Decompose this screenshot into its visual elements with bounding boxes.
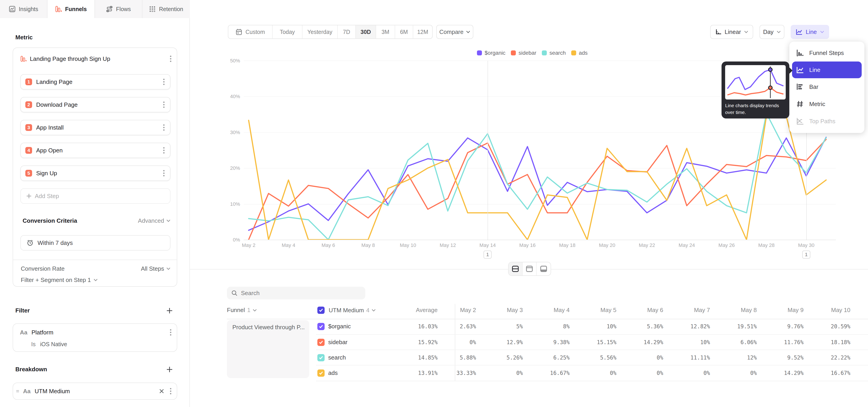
report-tabbar: Insights Funnels Flows Retention — [0, 0, 190, 18]
menu-item-line[interactable]: Line — [792, 62, 862, 78]
step-menu-button[interactable] — [163, 124, 164, 131]
chart-type-dropdown[interactable]: Line — [791, 25, 829, 39]
breakdown-card[interactable]: Aa UTM Medium — [13, 383, 177, 400]
range-7d[interactable]: 7D — [338, 25, 356, 38]
tab-funnels[interactable]: Funnels — [48, 0, 95, 18]
table-row[interactable]: search14.85%5.88%5.26%6.25%5.56%0%11.11%… — [316, 350, 868, 365]
x-tick-label: May 14 — [479, 242, 496, 248]
chart-x-axis: May 2May 4May 6May 8May 10May 12May 14Ma… — [244, 242, 836, 250]
column-header[interactable]: May 6 — [620, 307, 663, 314]
step-menu-button[interactable] — [163, 79, 164, 85]
step-row-1[interactable]: 1 Landing Page — [20, 74, 170, 90]
column-header[interactable]: May 4 — [527, 307, 569, 314]
range-12m[interactable]: 12M — [413, 25, 432, 38]
metric-heading: Metric — [16, 34, 33, 41]
column-header[interactable]: May 3 — [480, 307, 523, 314]
row-checkbox[interactable] — [317, 370, 324, 377]
menu-item-bar[interactable]: Bar — [789, 78, 864, 95]
filter-menu-button[interactable] — [170, 329, 171, 336]
legend-item[interactable]: $organic — [477, 50, 505, 56]
column-header[interactable]: May 8 — [714, 307, 757, 314]
breakdown-property: UTM Medium — [35, 388, 70, 395]
advanced-dropdown[interactable]: Advanced — [138, 217, 170, 224]
range-yesterday[interactable]: Yesterday — [303, 25, 338, 38]
tab-flows[interactable]: Flows — [95, 0, 143, 18]
step-label: App Open — [36, 147, 63, 154]
add-step-button[interactable]: Add Step — [20, 188, 170, 204]
funnel-cell[interactable]: Product Viewed through P... — [227, 320, 309, 378]
step-menu-button[interactable] — [163, 170, 164, 176]
conversion-window[interactable]: Within 7 days — [20, 235, 170, 251]
row-checkbox[interactable] — [317, 339, 324, 346]
legend-swatch — [571, 51, 576, 55]
table-row[interactable]: $organic16.03%2.63%5%8%10%5.36%12.82%19.… — [316, 319, 868, 334]
check-icon — [319, 356, 323, 359]
chevron-down-icon — [820, 31, 824, 33]
annotation-badge[interactable]: 1 — [802, 251, 810, 259]
range-30d[interactable]: 30D — [356, 25, 376, 38]
column-header[interactable]: May 7 — [667, 307, 710, 314]
add-breakdown-icon[interactable] — [166, 366, 173, 373]
row-checkbox[interactable] — [317, 323, 324, 330]
interval-dropdown[interactable]: Day — [760, 25, 784, 39]
menu-item-label: Metric — [809, 101, 825, 107]
table-row[interactable]: ads13.91%33.33%0%16.67%0%0%0%0%14.29%16.… — [316, 365, 868, 380]
layout-table-button[interactable] — [537, 262, 551, 275]
compare-button[interactable]: Compare — [436, 25, 473, 39]
step-row-4[interactable]: 4 App Open — [20, 143, 170, 158]
step-menu-button[interactable] — [163, 101, 164, 108]
filter-condition: Is iOS Native — [31, 340, 67, 348]
menu-item-top-paths[interactable]: Top Paths — [789, 113, 864, 130]
row-checkbox[interactable] — [317, 354, 324, 361]
column-header[interactable]: May 10 — [807, 307, 850, 314]
value-cell: 6.06% — [714, 339, 757, 345]
step-row-5[interactable]: 5 Sign Up — [20, 165, 170, 181]
scale-dropdown[interactable]: Linear — [710, 25, 753, 39]
value-cell: 14.29% — [761, 370, 804, 376]
drag-handle-icon[interactable] — [16, 389, 20, 393]
column-header[interactable]: May 5 — [574, 307, 616, 314]
range-6m[interactable]: 6M — [395, 25, 413, 38]
menu-item-funnel-steps[interactable]: Funnel Steps — [789, 44, 864, 62]
filter-card[interactable]: Aa Platform Is iOS Native — [13, 323, 177, 352]
search-input[interactable]: Search — [227, 287, 365, 300]
remove-breakdown-icon[interactable] — [159, 389, 164, 394]
add-filter-icon[interactable] — [166, 308, 173, 314]
value-cell: 0% — [714, 370, 757, 376]
layout-chart-button[interactable] — [523, 262, 537, 275]
column-header[interactable]: Average — [395, 307, 438, 314]
breakdown-menu-button[interactable] — [170, 388, 171, 394]
step-row-2[interactable]: 2 Download Page — [20, 97, 170, 113]
funnel-column-header[interactable]: Funnel 1 — [227, 307, 257, 314]
menu-item-label: Top Paths — [809, 118, 835, 125]
step-menu-button[interactable] — [163, 147, 164, 154]
tab-insights[interactable]: Insights — [0, 0, 48, 18]
filter-segment-dropdown[interactable]: Filter + Segment on Step 1 — [21, 275, 170, 284]
legend-item[interactable]: search — [542, 50, 566, 56]
tab-retention[interactable]: Retention — [143, 0, 190, 18]
table-body: $organic16.03%2.63%5%8%10%5.36%12.82%19.… — [316, 319, 868, 381]
range-today[interactable]: Today — [273, 25, 303, 38]
annotation-badge[interactable]: 1 — [484, 251, 492, 259]
column-header[interactable]: May 2 — [433, 307, 476, 314]
step-row-3[interactable]: 3 App Install — [20, 120, 170, 135]
layout-split-button[interactable] — [508, 262, 523, 275]
funnel-menu-button[interactable] — [170, 56, 171, 62]
y-tick-label: 10% — [222, 201, 240, 207]
table-row[interactable]: sidebar15.92%0%12.9%9.38%15.15%14.29%10%… — [316, 334, 868, 350]
y-tick-label: 50% — [222, 58, 240, 64]
legend-item[interactable]: sidebar — [511, 50, 536, 56]
legend-label: $organic — [485, 50, 505, 56]
range-3m[interactable]: 3M — [376, 25, 395, 38]
filter-operator: Is — [31, 341, 35, 347]
value-cell: 9.38% — [527, 339, 569, 345]
column-header[interactable]: May 9 — [761, 307, 804, 314]
value-cell: 9.76% — [761, 323, 804, 330]
step-number-badge: 1 — [25, 79, 32, 85]
breakdown-heading: Breakdown — [16, 366, 47, 373]
retention-icon — [149, 6, 156, 12]
conversion-rate-dropdown[interactable]: All Steps — [141, 265, 170, 272]
legend-item[interactable]: ads — [571, 50, 588, 56]
range-custom[interactable]: Custom — [228, 25, 273, 38]
menu-item-metric[interactable]: Metric — [789, 95, 864, 113]
